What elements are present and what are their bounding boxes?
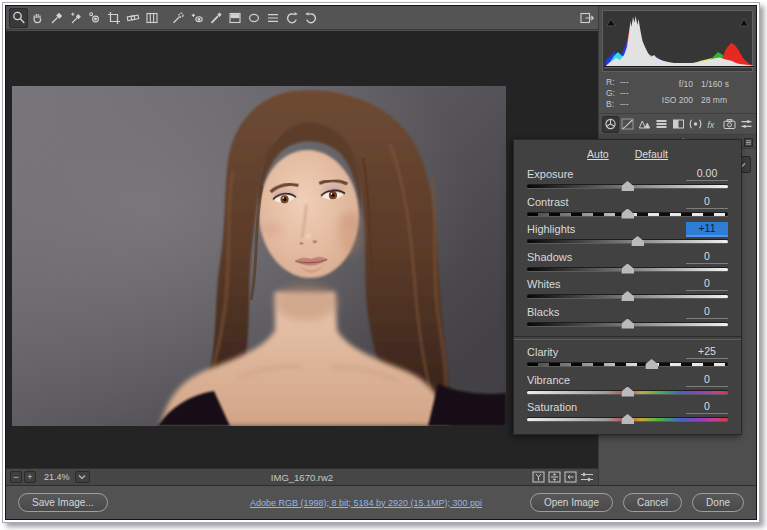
photo-preview[interactable]	[12, 86, 506, 426]
slider-label: Blacks	[527, 306, 559, 318]
slider-value-field[interactable]: 0	[686, 373, 728, 387]
slider-value-field[interactable]: 0	[686, 305, 728, 319]
slider-thumb[interactable]	[621, 264, 634, 274]
tab-camera-calibration[interactable]	[721, 116, 738, 133]
zoom-tool-icon[interactable]	[9, 8, 28, 28]
tab-detail[interactable]	[636, 116, 653, 133]
shutter-speed: 1/160 s	[701, 79, 749, 95]
cycle-before-after-view-icon[interactable]	[532, 471, 545, 483]
tab-basic[interactable]	[602, 116, 619, 133]
filename: IMG_1670.rw2	[271, 472, 333, 483]
slider-thumb[interactable]	[631, 236, 644, 246]
panel-tabs: fx	[599, 113, 756, 135]
iso: ISO 200	[655, 95, 693, 111]
workflow-options-link[interactable]: Adobe RGB (1998); 8 bit; 5184 by 2920 (1…	[250, 498, 482, 508]
status-strip: − + 21.4% IMG_1670.rw2	[6, 468, 598, 485]
slider-label: Shadows	[527, 251, 572, 263]
slider-track[interactable]	[527, 268, 728, 271]
hand-tool-icon[interactable]	[28, 8, 47, 28]
slider-track[interactable]	[527, 391, 728, 394]
rotate-right-icon[interactable]	[301, 8, 320, 28]
slider-row-highlights: Highlights +11	[527, 222, 728, 250]
slider-row-blacks: Blacks 0	[527, 305, 728, 333]
tab-tone-curve[interactable]	[619, 116, 636, 133]
r-value: ---	[620, 77, 629, 88]
red-eye-removal-tool-icon[interactable]	[187, 8, 206, 28]
slider-track[interactable]	[527, 295, 728, 298]
aperture: f/10	[655, 79, 693, 95]
preview-preferences-icon[interactable]	[580, 471, 594, 483]
spot-removal-tool-icon[interactable]	[168, 8, 187, 28]
slider-value-field[interactable]: +11	[686, 222, 728, 237]
zoom-level-dropdown[interactable]	[75, 471, 90, 483]
tab-lens-corrections[interactable]	[687, 116, 704, 133]
slider-thumb[interactable]	[621, 181, 634, 191]
done-button[interactable]: Done	[692, 493, 744, 512]
panel-menu-icon[interactable]	[744, 137, 753, 150]
slider-thumb[interactable]	[621, 387, 634, 397]
preferences-icon[interactable]	[263, 8, 282, 28]
framed-screenshot: − + 21.4% IMG_1670.rw2	[0, 0, 767, 530]
swap-before-after-icon[interactable]	[548, 471, 561, 483]
transform-tool-icon[interactable]	[142, 8, 161, 28]
radial-filter-tool-icon[interactable]	[244, 8, 263, 28]
slider-track[interactable]	[527, 213, 728, 216]
slider-value-field[interactable]: 0	[686, 195, 728, 209]
targeted-adjustment-tool-icon[interactable]	[85, 8, 104, 28]
slider-track[interactable]	[527, 323, 728, 326]
slider-label: Saturation	[527, 401, 577, 413]
toggle-fullscreen-icon[interactable]	[578, 10, 596, 26]
zoom-level: 21.4%	[44, 472, 70, 482]
tab-presets[interactable]	[738, 116, 755, 133]
zoom-in-button[interactable]: +	[24, 471, 36, 483]
slider-thumb[interactable]	[645, 359, 658, 369]
slider-thumb[interactable]	[621, 291, 634, 301]
save-image-button[interactable]: Save Image...	[18, 493, 108, 512]
copy-current-to-before-icon[interactable]	[564, 471, 577, 483]
slider-thumb[interactable]	[621, 209, 634, 219]
histogram	[602, 10, 753, 72]
cancel-button[interactable]: Cancel	[623, 493, 682, 512]
slider-value-field[interactable]: 0	[686, 400, 728, 414]
slider-thumb[interactable]	[621, 319, 634, 329]
slider-label: Contrast	[527, 196, 569, 208]
slider-value-field[interactable]: +25	[686, 345, 728, 359]
crop-tool-icon[interactable]	[104, 8, 123, 28]
color-sampler-tool-icon[interactable]	[66, 8, 85, 28]
tab-split-toning[interactable]	[670, 116, 687, 133]
tab-snapshots[interactable]	[755, 116, 756, 133]
g-value: ---	[620, 88, 629, 99]
zoom-out-button[interactable]: −	[10, 471, 22, 483]
preview-controls	[532, 471, 594, 483]
slider-row-exposure: Exposure 0.00	[527, 167, 728, 195]
slider-track[interactable]	[527, 363, 728, 366]
slider-track[interactable]	[527, 240, 728, 243]
tab-effects[interactable]: fx	[704, 116, 721, 133]
open-image-button[interactable]: Open Image	[530, 493, 613, 512]
straighten-tool-icon[interactable]	[123, 8, 142, 28]
b-label: B:	[606, 99, 620, 110]
footer-bar: Save Image... Adobe RGB (1998); 8 bit; 5…	[6, 485, 756, 519]
screenshot-frame: − + 21.4% IMG_1670.rw2	[2, 2, 760, 523]
g-label: G:	[606, 88, 620, 99]
slider-track[interactable]	[527, 418, 728, 421]
adjustment-brush-tool-icon[interactable]	[206, 8, 225, 28]
slider-row-contrast: Contrast 0	[527, 195, 728, 223]
slider-track[interactable]	[527, 185, 728, 188]
auto-link[interactable]: Auto	[587, 148, 609, 160]
slider-value-field[interactable]: 0	[686, 250, 728, 264]
graduated-filter-tool-icon[interactable]	[225, 8, 244, 28]
tab-hsl-grayscale[interactable]	[653, 116, 670, 133]
default-link[interactable]: Default	[635, 148, 668, 160]
white-balance-tool-icon[interactable]	[47, 8, 66, 28]
slider-row-vibrance: Vibrance 0	[527, 373, 728, 401]
slider-value-field[interactable]: 0.00	[686, 167, 728, 181]
image-canvas[interactable]	[6, 31, 598, 468]
rgb-readout: R:--- G:--- B:---	[606, 77, 650, 110]
slider-thumb[interactable]	[621, 414, 634, 424]
rotate-left-icon[interactable]	[282, 8, 301, 28]
footer-actions: Open Image Cancel Done	[530, 493, 744, 512]
exif-readout: R:--- G:--- B:--- f/10 1/160 s ISO 200 2…	[599, 72, 756, 113]
slider-row-clarity: Clarity +25	[527, 345, 728, 373]
slider-value-field[interactable]: 0	[686, 277, 728, 291]
